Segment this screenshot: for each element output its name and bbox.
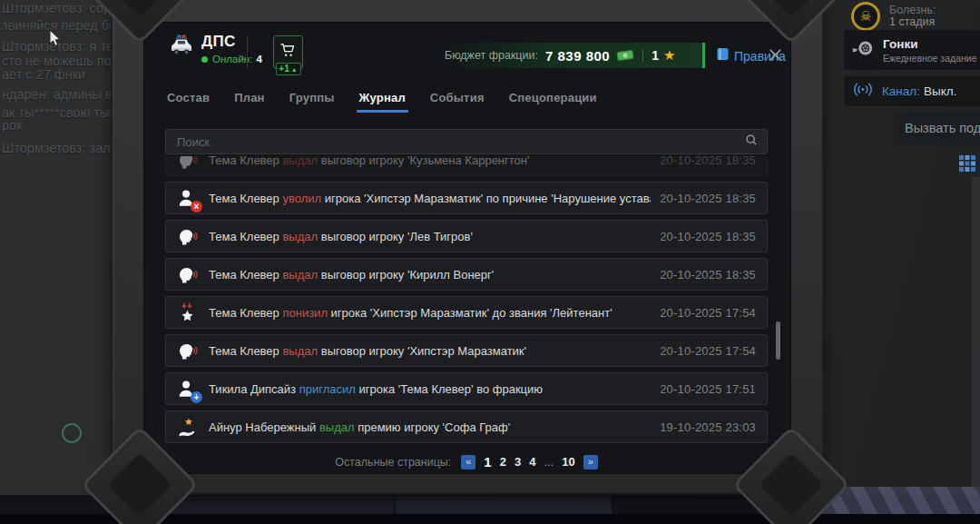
star-icon [659, 47, 675, 64]
reprimand-icon [173, 224, 201, 248]
badge-icon: × [191, 201, 202, 213]
disease-widget: ☠ Болезнь: 1 стадия [844, 0, 980, 33]
tab-5[interactable]: События [430, 91, 485, 104]
channel-label: Канал: [882, 84, 920, 98]
search-box [165, 129, 768, 154]
faction-panel: ДПС Онлайн: 4 +1 Бюджет фракции: 7 839 8… [143, 22, 791, 474]
tab-4[interactable]: Журнал [359, 91, 406, 104]
log-row: + Тикила Дипсайз пригласил игрока 'Тема … [165, 372, 768, 405]
wheel-icon [851, 39, 875, 61]
faction-title: ДПС [201, 33, 236, 51]
invite-icon: + [173, 377, 201, 400]
search-icon [745, 133, 758, 150]
races-title: Гонки [883, 37, 977, 51]
reprimand-icon [173, 156, 201, 172]
faction-budget-bar: Бюджет фракции: 7 839 800 1 [436, 43, 705, 68]
page-10[interactable]: 10 [562, 455, 574, 469]
budget-divider [642, 49, 643, 62]
page-4[interactable]: 4 [529, 455, 535, 469]
close-icon[interactable] [768, 47, 784, 64]
rules-book-icon [717, 47, 729, 64]
log-timestamp: 19-10-2025 23:03 [660, 420, 756, 434]
log-timestamp: 20-10-2025 17:51 [660, 382, 756, 396]
mouse-cursor [49, 29, 63, 52]
wall-strip [972, 177, 980, 490]
log-list: Тема Клевер выдал выговор игроку 'Кузьме… [165, 156, 768, 443]
dismiss-icon: × [173, 186, 201, 210]
log-row: × Тема Клевер уволил игрока 'Хипстэр Мар… [165, 182, 768, 214]
cart-icon [279, 42, 297, 63]
police-car-icon [167, 35, 196, 60]
log-timestamp: 20-10-2025 18:35 [660, 268, 756, 282]
log-timestamp: 20-10-2025 18:35 [660, 156, 756, 167]
online-status: Онлайн: 4 [201, 54, 262, 64]
game-screen: Штормзетовз: сорризвиняйся перед боссШто… [0, 0, 980, 524]
races-widget: Гонки Ежедневное задание [844, 30, 980, 70]
tab-2[interactable]: План [234, 91, 264, 104]
stars-count: 1 [652, 48, 659, 63]
log-row: Тема Клевер выдал выговор игроку 'Лев Ти… [165, 220, 768, 252]
radio-icon [852, 82, 874, 101]
log-row: Тема Клевер выдал выговор игроку 'Хипстэ… [165, 334, 768, 367]
radio-channel-toggle[interactable]: Канал:Выкл. [844, 76, 980, 106]
log-row: Тема Клевер выдал выговор игроку 'Кирилл… [165, 258, 768, 291]
call-backup-button[interactable]: Вызвать подкр [894, 113, 980, 144]
pagination-label: Остальные страницы: [335, 456, 451, 469]
chat-line: ает с 27 фнки [2, 67, 85, 82]
inventory-grid-icon[interactable] [958, 154, 976, 173]
tab-bar: СоставПланГруппыЖурналСобытияСпецопераци… [167, 91, 597, 104]
chat-line: рок [2, 118, 22, 133]
races-subtitle: Ежедневное задание [883, 53, 977, 64]
log-timestamp: 20-10-2025 18:35 [660, 192, 756, 205]
tab-1[interactable]: Состав [167, 91, 210, 104]
channel-value: Выкл. [924, 84, 956, 98]
reprimand-icon [173, 262, 201, 286]
page-next-button[interactable]: » [583, 455, 598, 470]
tab-6[interactable]: Спецоперации [509, 91, 597, 104]
log-row: Айнур Набережный выдал премию игроку 'Со… [165, 410, 768, 443]
log-timestamp: 20-10-2025 17:54 [660, 344, 756, 358]
page-ellipsis: ... [544, 455, 554, 469]
bonus-icon [173, 415, 201, 439]
header-divider [247, 35, 248, 68]
disease-stage: 1 стадия [889, 16, 936, 28]
money-icon [616, 49, 634, 62]
page-prev-button[interactable]: « [461, 455, 475, 470]
pagination: Остальные страницы: «1234...10» [165, 454, 768, 470]
faction-shop-button[interactable]: +1 [273, 35, 303, 69]
page-2[interactable]: 2 [500, 455, 506, 469]
search-input[interactable] [175, 134, 745, 150]
page-3[interactable]: 3 [514, 455, 521, 469]
skull-icon: ☠ [851, 2, 880, 31]
log-timestamp: 20-10-2025 18:35 [660, 230, 756, 243]
online-dot [201, 56, 208, 63]
log-row: Тема Клевер выдал выговор игроку 'Кузьме… [165, 156, 768, 176]
reprimand-icon [173, 339, 201, 362]
map-blip-ring [62, 423, 82, 443]
shop-badge: +1 [275, 63, 300, 75]
tab-3[interactable]: Группы [289, 91, 335, 104]
badge-icon: + [191, 391, 202, 403]
demote-icon [173, 301, 201, 324]
page-1[interactable]: 1 [484, 454, 491, 470]
log-timestamp: 20-10-2025 17:54 [660, 306, 756, 320]
scrollbar-thumb[interactable] [776, 321, 780, 360]
log-row: Тема Клевер понизил игрока 'Хипстэр Мара… [165, 296, 768, 329]
